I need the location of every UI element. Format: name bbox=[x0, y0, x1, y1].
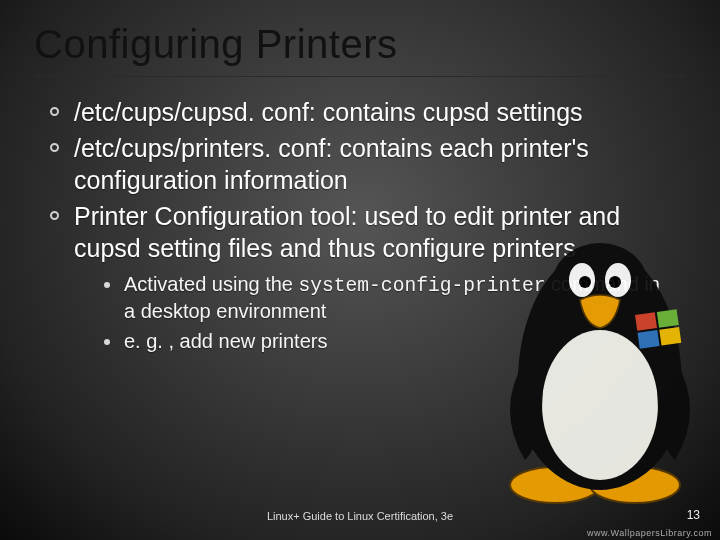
bullet-list: /etc/cups/cupsd. conf: contains cupsd se… bbox=[50, 96, 660, 354]
watermark-text: www.WallpapersLibrary.com bbox=[587, 528, 712, 538]
slide: Configuring Printers /etc/cups/cupsd. co… bbox=[0, 0, 720, 540]
bullet-item: Printer Configuration tool: used to edit… bbox=[50, 200, 660, 354]
title-underline bbox=[34, 76, 686, 77]
sub-bullet-item: e. g. , add new printers bbox=[104, 329, 660, 355]
code-text: system-config-printer bbox=[299, 275, 546, 297]
sub-bullet-list: Activated using the system-config-printe… bbox=[74, 272, 660, 354]
footer-text: Linux+ Guide to Linux Certification, 3e bbox=[0, 510, 720, 522]
svg-point-1 bbox=[590, 467, 680, 503]
slide-body: /etc/cups/cupsd. conf: contains cupsd se… bbox=[50, 96, 660, 358]
svg-rect-9 bbox=[657, 309, 679, 328]
slide-title: Configuring Printers bbox=[34, 22, 398, 67]
bullet-item: /etc/cups/cupsd. conf: contains cupsd se… bbox=[50, 96, 660, 128]
svg-point-0 bbox=[510, 467, 600, 503]
sub-bullet-item: Activated using the system-config-printe… bbox=[104, 272, 660, 325]
bullet-item: /etc/cups/printers. conf: contains each … bbox=[50, 132, 660, 196]
svg-rect-11 bbox=[659, 327, 681, 346]
page-number: 13 bbox=[687, 508, 700, 522]
sub-bullet-text: Activated using the bbox=[124, 273, 299, 295]
bullet-text: Printer Configuration tool: used to edit… bbox=[74, 202, 620, 262]
